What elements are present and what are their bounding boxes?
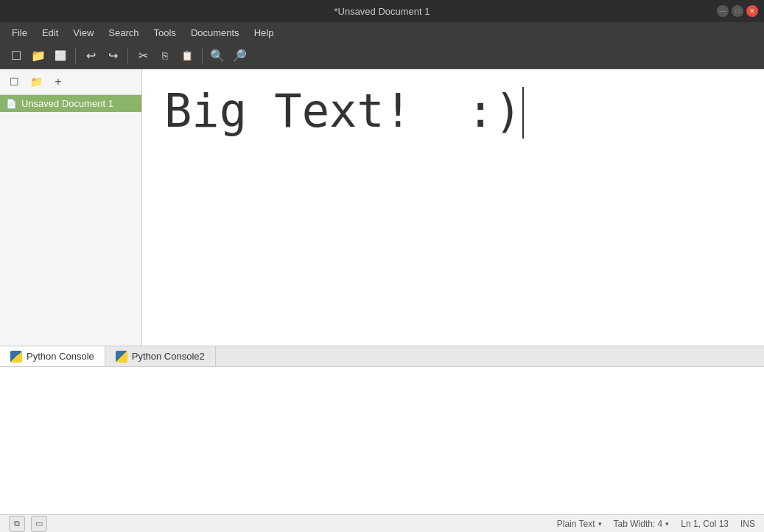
folder-icon: 📁 xyxy=(30,76,43,88)
sidebar-list: 📄 Unsaved Document 1 xyxy=(0,95,141,346)
toolbar-separator-3 xyxy=(202,48,203,64)
save-button[interactable]: ⬜ xyxy=(50,46,71,66)
menu-documents[interactable]: Documents xyxy=(185,26,245,40)
insert-mode[interactable]: INS xyxy=(740,519,755,529)
split-view-button-2[interactable]: ▭ xyxy=(31,516,47,532)
cut-button[interactable]: ✂ xyxy=(133,46,153,66)
undo-button[interactable]: ↩ xyxy=(80,46,101,66)
split-view-button[interactable]: ⧉ xyxy=(9,516,25,532)
title-text: *Unsaved Document 1 xyxy=(334,6,430,17)
toolbar: ☐ 📁 ⬜ ↩ ↪ ✂ ⎘ 📋 🔍 🔎 xyxy=(0,43,764,69)
language-selector[interactable]: Plain Text ▾ xyxy=(557,519,602,529)
tab-width-label: Tab Width: 4 xyxy=(614,519,663,529)
find-replace-icon: 🔎 xyxy=(232,49,247,63)
paste-icon: 📋 xyxy=(181,50,193,61)
sidebar-item-unsaved-doc[interactable]: 📄 Unsaved Document 1 xyxy=(0,95,141,112)
cursor-position: Ln 1, Col 13 xyxy=(681,519,729,529)
copy-icon: ⎘ xyxy=(162,50,168,61)
menu-tools[interactable]: Tools xyxy=(148,26,182,40)
minimize-button[interactable]: — xyxy=(717,5,729,17)
find-button[interactable]: 🔍 xyxy=(207,46,228,66)
panel-content[interactable] xyxy=(0,367,764,514)
open-folder-sidebar-button[interactable]: 📁 xyxy=(27,72,46,91)
main-layout: ☐ 📁 + 📄 Unsaved Document 1 Big Text! :) xyxy=(0,69,764,346)
sidebar-item-label: Unsaved Document 1 xyxy=(21,98,113,109)
tab-python-console-2[interactable]: Python Console2 xyxy=(105,346,216,366)
toolbar-separator-2 xyxy=(127,48,128,64)
mode-label: INS xyxy=(740,519,755,529)
find-icon: 🔍 xyxy=(210,49,225,63)
new-file-icon: ☐ xyxy=(10,76,19,88)
document-icon: 📄 xyxy=(6,99,17,109)
python-console2-icon xyxy=(116,351,127,363)
cut-icon: ✂ xyxy=(139,49,148,63)
tab-label-python-console2: Python Console2 xyxy=(132,351,205,362)
redo-button[interactable]: ↪ xyxy=(102,46,123,66)
toolbar-separator-1 xyxy=(75,48,76,64)
open-folder-icon: 📁 xyxy=(31,49,46,63)
split-vertical-icon: ▭ xyxy=(35,519,43,528)
language-label: Plain Text xyxy=(557,519,595,529)
sidebar-toolbar: ☐ 📁 + xyxy=(0,69,141,95)
statusbar: ⧉ ▭ Plain Text ▾ Tab Width: 4 ▾ Ln 1, Co… xyxy=(0,514,764,532)
text-cursor xyxy=(522,87,524,139)
tab-width-selector[interactable]: Tab Width: 4 ▾ xyxy=(614,519,670,529)
tab-width-chevron-icon: ▾ xyxy=(665,520,669,528)
tab-python-console-1[interactable]: Python Console xyxy=(0,346,105,366)
undo-icon: ↩ xyxy=(86,49,96,63)
add-icon: + xyxy=(55,75,61,88)
statusbar-left: ⧉ ▭ xyxy=(9,516,47,532)
python-console-icon xyxy=(10,351,22,363)
editor-text: Big Text! :) xyxy=(164,84,522,138)
close-button[interactable]: ✕ xyxy=(746,5,758,17)
menu-edit[interactable]: Edit xyxy=(36,26,64,40)
editor-content[interactable]: Big Text! :) xyxy=(142,69,764,346)
titlebar: *Unsaved Document 1 — □ ✕ xyxy=(0,0,764,22)
bottom-panel: Python Console Python Console2 xyxy=(0,346,764,514)
find-replace-button[interactable]: 🔎 xyxy=(229,46,250,66)
menu-help[interactable]: Help xyxy=(248,26,280,40)
menu-view[interactable]: View xyxy=(67,26,99,40)
new-file-button[interactable]: ☐ xyxy=(4,72,24,91)
redo-icon: ↪ xyxy=(108,49,118,63)
open-folder-button[interactable]: 📁 xyxy=(28,46,49,66)
window-controls: — □ ✕ xyxy=(717,5,758,17)
paste-button[interactable]: 📋 xyxy=(177,46,197,66)
new-doc-icon: ☐ xyxy=(11,49,21,63)
language-chevron-icon: ▾ xyxy=(598,520,602,528)
menu-file[interactable]: File xyxy=(6,26,33,40)
new-doc-button[interactable]: ☐ xyxy=(6,46,27,66)
menu-search[interactable]: Search xyxy=(102,26,144,40)
copy-button[interactable]: ⎘ xyxy=(155,46,175,66)
add-tab-button[interactable]: + xyxy=(49,72,68,91)
save-icon: ⬜ xyxy=(55,50,66,61)
panel-tabs: Python Console Python Console2 xyxy=(0,346,764,367)
restore-button[interactable]: □ xyxy=(732,5,743,17)
position-label: Ln 1, Col 13 xyxy=(681,519,729,529)
editor-area: Big Text! :) xyxy=(142,69,764,346)
split-horizontal-icon: ⧉ xyxy=(14,519,20,528)
sidebar: ☐ 📁 + 📄 Unsaved Document 1 xyxy=(0,69,142,346)
menubar: File Edit View Search Tools Documents He… xyxy=(0,22,764,43)
tab-label-python-console: Python Console xyxy=(27,351,94,362)
